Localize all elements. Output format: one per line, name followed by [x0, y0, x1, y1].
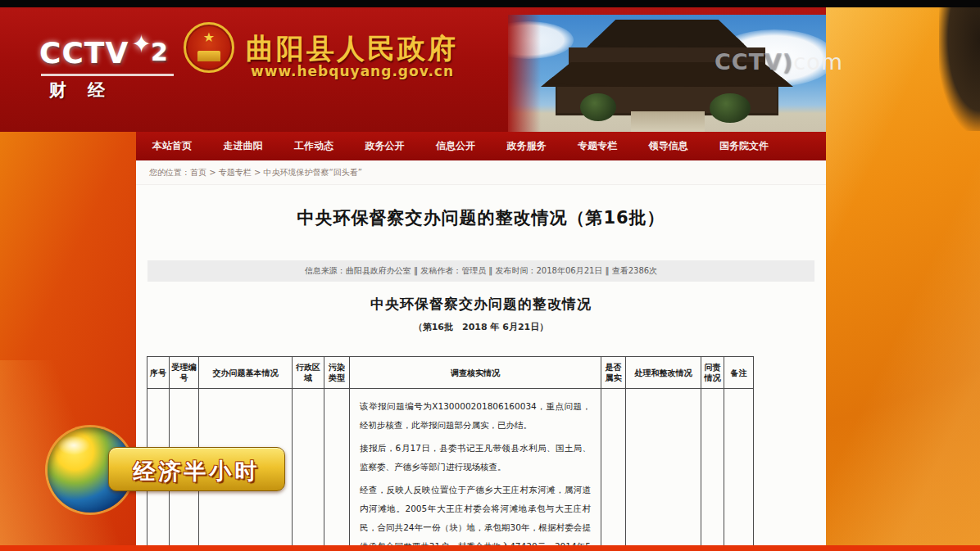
tv-screen: 曲阳县人民政府 www.hebquyang.gov.cn CCTV ✦ 2 财经… — [0, 0, 980, 551]
investigation-paragraph: 该举报问题编号为X130000201806160034，重点问题，经初步核查，此… — [360, 397, 591, 435]
channel-subtitle: 财经 — [49, 79, 126, 102]
nav-item-affairs[interactable]: 政务公开 — [365, 139, 405, 153]
breadcrumb: 您的位置：首页 > 专题专栏 > 中央环境保护督察“回头看” — [136, 160, 826, 185]
col-header-problem: 交办问题基本情况 — [199, 357, 293, 389]
nav-item-special[interactable]: 专题专栏 — [578, 139, 617, 153]
col-header-pollution-type: 污染类型 — [324, 357, 350, 389]
col-header-handling: 处理和整改情况 — [626, 357, 701, 389]
cell-remarks — [724, 389, 754, 551]
temple-roof-top — [587, 20, 747, 47]
nav-item-services[interactable]: 政务服务 — [507, 139, 547, 153]
page-title: 中央环保督察交办问题的整改情况（第16批） — [136, 206, 826, 229]
article-meta: 信息来源：曲阳县政府办公室 ‖ 发稿作者：管理员 ‖ 发布时间：2018年06月… — [147, 260, 814, 282]
nav-item-leaders[interactable]: 领导信息 — [649, 139, 688, 153]
nav-item-statedocs[interactable]: 国务院文件 — [719, 139, 769, 153]
letterbox-top — [0, 0, 980, 7]
nav-item-news[interactable]: 工作动态 — [294, 139, 333, 153]
program-badge: 经济半小时 — [48, 427, 293, 517]
shrub-shape — [580, 93, 616, 121]
main-navigation: 本站首页 走进曲阳 工作动态 政务公开 信息公开 政务服务 专题专栏 领导信息 … — [136, 132, 826, 160]
shrub-shape — [710, 93, 751, 123]
investigation-paragraph: 接报后，6月17日，县委书记王凡带领县水利局、国土局、监察委、产德乡等部门进行现… — [360, 439, 591, 476]
col-header-verified: 是否属实 — [601, 357, 626, 389]
cell-region — [293, 389, 324, 551]
col-header-remarks: 备注 — [724, 357, 754, 389]
table-header-row: 序号 受理编号 交办问题基本情况 行政区域 污染类型 调查核实情况 是否属实 处… — [147, 357, 754, 389]
cell-investigation: 该举报问题编号为X130000201806160034，重点问题，经初步核查，此… — [350, 389, 601, 551]
nav-item-info[interactable]: 信息公开 — [436, 139, 475, 153]
investigation-paragraph: 经查，反映人反映位置位于产德乡大王庄村东河滩，属河道内河滩地。2005年大王庄村… — [360, 481, 591, 551]
cctv2-channel-logo: CCTV ✦ 2 财经 — [39, 36, 195, 105]
col-header-seq: 序号 — [147, 357, 170, 389]
col-header-investigation: 调查核实情况 — [350, 357, 601, 389]
photo-edge-fade — [508, 15, 541, 135]
col-header-accountability: 问责情况 — [701, 357, 724, 389]
channel-number: 2 — [151, 38, 168, 66]
watermark-cctv: CCTV) — [715, 49, 793, 75]
cell-pollution-type — [324, 389, 350, 551]
badge-pill: 经济半小时 — [108, 447, 285, 491]
site-url: www.hebquyang.gov.cn — [251, 63, 454, 79]
tv-frame-bottom — [0, 545, 980, 551]
star-sparkle-icon: ✦ — [131, 29, 152, 58]
cctv-wordmark: CCTV — [39, 36, 129, 70]
col-header-region: 行政区域 — [293, 357, 324, 389]
program-name: 经济半小时 — [109, 457, 284, 486]
cctv-com-watermark: CCTV)com — [715, 49, 843, 75]
col-header-case-number: 受理编号 — [170, 357, 199, 389]
nav-item-about[interactable]: 走进曲阳 — [224, 139, 263, 153]
article-dateline: （第16批 2018 年 6月21日） — [136, 321, 826, 333]
temple-photo — [508, 15, 826, 135]
tv-frame-corner-shadow — [939, 0, 980, 131]
logo-underline — [41, 74, 174, 76]
breadcrumb-text[interactable]: 您的位置：首页 > 专题专栏 > 中央环境保护督察“回头看” — [149, 168, 362, 177]
watermark-com: com — [793, 49, 843, 75]
cell-accountability — [701, 389, 724, 551]
article-subtitle: 中央环保督察交办问题的整改情况 — [136, 295, 826, 314]
cell-verified — [601, 389, 626, 551]
cell-handling — [626, 389, 701, 551]
nav-item-home[interactable]: 本站首页 — [152, 139, 192, 153]
